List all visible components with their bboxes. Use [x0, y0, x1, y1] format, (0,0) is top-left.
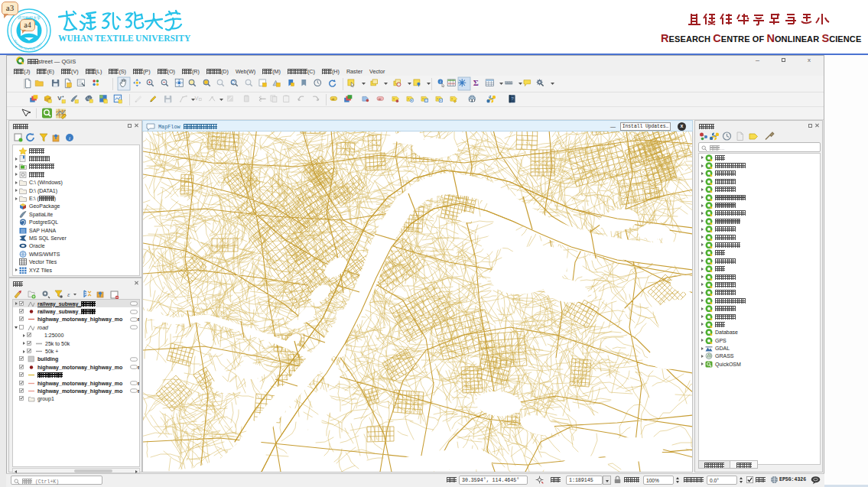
svg-text:ab: ab: [378, 98, 381, 101]
svg-text:ε: ε: [67, 291, 70, 298]
svg-text:?: ?: [511, 96, 513, 101]
svg-text:ab: ab: [331, 98, 334, 101]
svg-text:V: V: [57, 95, 62, 102]
svg-text:V: V: [195, 95, 199, 102]
svg-text:i: i: [69, 135, 70, 141]
